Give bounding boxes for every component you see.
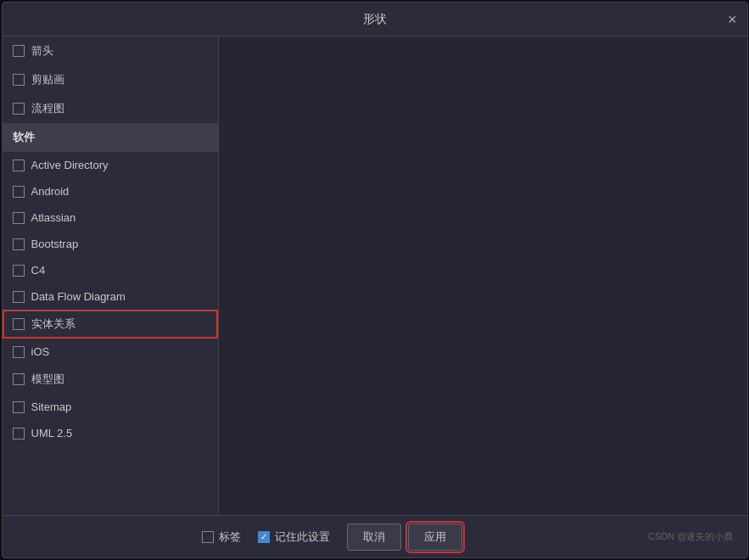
dialog-footer: 标签 记住此设置 取消 应用 CSDN @迷失的小鹿 (3, 515, 747, 557)
checkbox-flowchart[interactable] (13, 103, 25, 115)
watermark: CSDN @迷失的小鹿 (648, 530, 733, 543)
checkbox-atlassian[interactable] (13, 212, 25, 224)
list-item-software[interactable]: 软件 (3, 123, 218, 152)
list-item-sitemap[interactable]: Sitemap (3, 394, 218, 420)
item-label-c4: C4 (31, 264, 46, 277)
remember-checkbox[interactable] (258, 531, 270, 543)
checkbox-active-directory[interactable] (13, 160, 25, 171)
list-item-ios[interactable]: iOS (3, 339, 218, 365)
checkbox-uml2[interactable] (13, 428, 25, 440)
dialog-titlebar: 形状 × (3, 3, 747, 36)
remember-option[interactable]: 记住此设置 (258, 529, 330, 545)
apply-button[interactable]: 应用 (408, 524, 462, 551)
left-panel[interactable]: 箭头剪贴画流程图软件Active DirectoryAndroidAtlassi… (3, 36, 219, 515)
checkbox-model-view[interactable] (13, 373, 25, 385)
close-button[interactable]: × (728, 12, 737, 27)
checkbox-clipboard[interactable] (13, 74, 25, 86)
dialog-title: 形状 (363, 12, 387, 27)
list-item-data-flow[interactable]: Data Flow Diagram (3, 283, 218, 310)
list-item-uml2[interactable]: UML 2.5 (3, 420, 218, 446)
list-item-android[interactable]: Android (3, 178, 218, 204)
checkbox-bootstrap[interactable] (13, 238, 25, 250)
item-label-bootstrap: Bootstrap (31, 238, 79, 250)
item-label-flowchart: 流程图 (31, 101, 64, 116)
list-item-active-directory[interactable]: Active Directory (3, 152, 218, 178)
list-item-atlassian[interactable]: Atlassian (3, 204, 218, 231)
checkbox-arrows[interactable] (13, 45, 25, 57)
item-label-atlassian: Atlassian (31, 211, 76, 224)
shapes-dialog: 形状 × 箭头剪贴画流程图软件Active DirectoryAndroidAt… (2, 2, 748, 558)
item-label-entity-relation: 实体关系 (31, 316, 75, 332)
checkbox-ios[interactable] (13, 346, 25, 358)
item-label-sitemap: Sitemap (31, 400, 72, 413)
right-panel (219, 36, 747, 515)
list-item-c4[interactable]: C4 (3, 257, 218, 283)
remember-label: 记住此设置 (275, 529, 330, 545)
item-label-data-flow: Data Flow Diagram (31, 290, 126, 303)
checkbox-c4[interactable] (13, 265, 25, 277)
checkbox-data-flow[interactable] (13, 291, 25, 303)
list-item-clipboard[interactable]: 剪贴画 (3, 65, 218, 94)
footer-buttons: 取消 应用 (347, 524, 462, 551)
tag-option[interactable]: 标签 (202, 529, 241, 545)
footer-center: 标签 记住此设置 取消 应用 (16, 524, 649, 551)
item-label-active-directory: Active Directory (31, 159, 109, 171)
item-label-arrows: 箭头 (31, 43, 53, 59)
checkbox-entity-relation[interactable] (13, 318, 25, 330)
list-item-arrows[interactable]: 箭头 (3, 36, 218, 65)
list-item-entity-relation[interactable]: 实体关系 (3, 310, 218, 339)
list-item-model-view[interactable]: 模型图 (3, 365, 218, 394)
tag-label: 标签 (219, 529, 241, 545)
item-label-uml2: UML 2.5 (31, 427, 73, 440)
item-label-model-view: 模型图 (31, 372, 64, 387)
dialog-body: 箭头剪贴画流程图软件Active DirectoryAndroidAtlassi… (3, 36, 747, 515)
cancel-button[interactable]: 取消 (347, 524, 401, 551)
item-label-clipboard: 剪贴画 (31, 72, 64, 87)
list-item-flowchart[interactable]: 流程图 (3, 94, 218, 123)
checkbox-sitemap[interactable] (13, 401, 25, 413)
list-item-bootstrap[interactable]: Bootstrap (3, 231, 218, 257)
tag-checkbox[interactable] (202, 531, 214, 543)
checkbox-android[interactable] (13, 186, 25, 198)
item-label-android: Android (31, 185, 70, 198)
dialog-overlay: 形状 × 箭头剪贴画流程图软件Active DirectoryAndroidAt… (0, 0, 749, 560)
item-label-ios: iOS (31, 345, 50, 358)
